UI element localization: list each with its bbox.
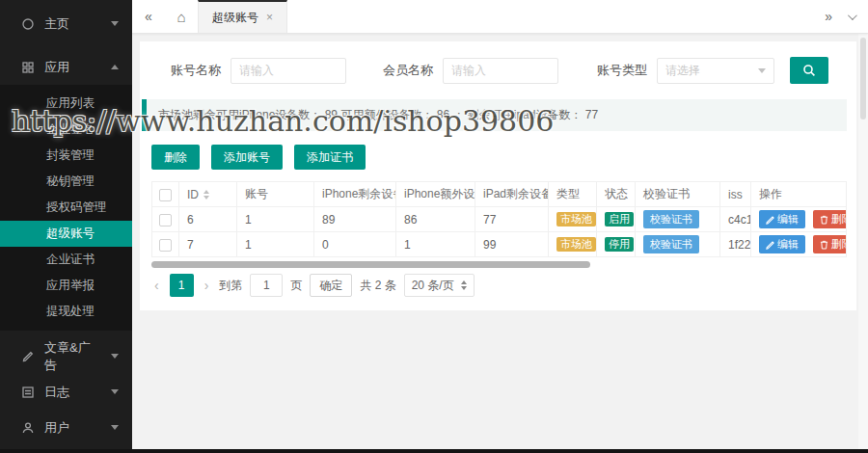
page-size-select[interactable]: 20 条/页 — [404, 274, 475, 297]
delete-row-button[interactable]: 删除 — [813, 235, 847, 253]
trash-icon — [820, 240, 828, 250]
table-row: 7 1 0 1 99 市场池 停用 校验证书 1f228b 编辑 — [152, 232, 847, 257]
goto-page-input[interactable] — [250, 274, 283, 297]
sidebar-item-enterprise-sign[interactable]: 企业签名 — [0, 117, 132, 143]
cell-iphone-left: 0 — [314, 232, 396, 257]
page-1-button[interactable]: 1 — [170, 274, 194, 297]
chevron-down-icon — [111, 425, 119, 430]
sidebar-item-app-report[interactable]: 应用举报 — [0, 273, 132, 299]
delete-row-button[interactable]: 删除 — [813, 210, 847, 228]
cell-iphone-extra: 1 — [396, 232, 475, 257]
sidebar-item-app-list[interactable]: 应用列表 — [0, 91, 132, 117]
sidebar-item-label: 主页 — [44, 15, 101, 33]
member-name-label: 会员名称 — [383, 62, 433, 79]
search-icon — [802, 64, 816, 77]
total-count-label: 共 2 条 — [360, 278, 395, 294]
sidebar-item-label: 日志 — [44, 384, 101, 401]
sidebar-item-label: 文章&广告 — [44, 339, 101, 374]
sidebar-item-home[interactable]: 主页 — [0, 6, 132, 41]
column-type: 类型 — [549, 182, 597, 207]
prev-page-icon[interactable]: ‹ — [151, 278, 162, 293]
chevron-down-icon — [111, 354, 119, 359]
account-type-label: 账号类型 — [597, 62, 647, 79]
cell-iss: 1f228b — [720, 232, 751, 257]
verify-cert-button[interactable]: 校验证书 — [643, 235, 699, 253]
account-name-input[interactable] — [231, 58, 346, 84]
sidebar-item-enterprise-cert[interactable]: 企业证书 — [0, 247, 132, 273]
column-iss: iss — [720, 182, 751, 207]
bottom-edge-bar — [0, 449, 868, 453]
cell-account: 1 — [237, 207, 314, 232]
row-checkbox[interactable] — [159, 214, 172, 226]
sidebar-item-auth-code-manage[interactable]: 授权码管理 — [0, 195, 132, 221]
pagination: ‹ 1 › 到第 页 确定 共 2 条 20 条/页 — [151, 274, 856, 297]
column-id: ID — [187, 188, 199, 201]
sidebar-item-user[interactable]: 用户 — [0, 410, 132, 445]
add-account-button[interactable]: 添加账号 — [211, 145, 283, 170]
sidebar-item-log[interactable]: 日志 — [0, 374, 132, 410]
collapse-sidebar-button[interactable]: « — [132, 0, 165, 33]
pencil-icon — [766, 240, 774, 249]
verify-cert-button[interactable]: 校验证书 — [643, 210, 699, 228]
goto-label: 到第 — [219, 278, 242, 294]
select-all-checkbox[interactable] — [159, 189, 172, 201]
column-iphone-extra: iPhone额外设备 — [396, 182, 475, 207]
updown-arrows-icon — [461, 280, 467, 290]
next-page-icon[interactable]: › — [202, 278, 212, 293]
home-tab-icon[interactable]: ⌂ — [165, 0, 198, 33]
sidebar-item-withdraw-handle[interactable]: 提现处理 — [0, 299, 132, 325]
column-status: 状态 — [597, 182, 636, 207]
article-icon — [21, 350, 35, 363]
horizontal-scrollbar-thumb[interactable] — [151, 261, 590, 268]
sidebar-item-label: 用户 — [44, 419, 101, 437]
table-row: 6 1 89 86 77 市场池 启用 校验证书 c4c1fc 编辑 — [152, 207, 847, 232]
search-button[interactable] — [790, 57, 828, 84]
sidebar-item-package-manage[interactable]: 封装管理 — [0, 143, 132, 169]
delete-button[interactable]: 删除 — [151, 145, 200, 170]
close-icon[interactable]: × — [266, 11, 273, 24]
vertical-scrollbar-thumb[interactable] — [860, 38, 866, 120]
sidebar-item-article-ads[interactable]: 文章&广告 — [0, 338, 132, 374]
main-content: 账号名称 会员名称 账号类型 请选择 市场池剩余可用iPhone设备数： 89 … — [132, 34, 868, 453]
sidebar: 主页 应用 应用列表 企业签名 封装管理 秘钥管理 授权码管理 超级账号 企业证… — [0, 0, 132, 453]
edit-button[interactable]: 编辑 — [759, 210, 805, 228]
device-quota-notice: 市场池剩余可用iPhone设备数： 89 可用额外设备数： 86 ； 剩余可用i… — [142, 99, 847, 131]
delete-label: 删除 — [831, 213, 847, 226]
row-checkbox[interactable] — [159, 239, 172, 252]
sort-icon[interactable] — [203, 190, 209, 200]
cell-iphone-extra: 86 — [396, 207, 475, 232]
pencil-icon — [766, 215, 774, 224]
select-placeholder: 请选择 — [665, 63, 700, 79]
cell-iss: c4c1fc — [720, 207, 751, 232]
cell-ipad-left: 99 — [475, 232, 549, 257]
sidebar-item-super-account[interactable]: 超级账号 — [0, 221, 132, 247]
edit-label: 编辑 — [777, 238, 799, 251]
sidebar-item-apps[interactable]: 应用 — [0, 49, 132, 85]
sidebar-item-secret-key-manage[interactable]: 秘钥管理 — [0, 169, 132, 195]
edit-button[interactable]: 编辑 — [759, 235, 805, 253]
more-tabs-icon[interactable]: » — [825, 9, 832, 24]
trash-icon — [820, 215, 828, 225]
search-form: 账号名称 会员名称 账号类型 请选择 — [140, 53, 856, 99]
add-cert-button[interactable]: 添加证书 — [294, 145, 366, 170]
member-name-input[interactable] — [443, 58, 558, 84]
tab-super-account[interactable]: 超级账号 × — [198, 0, 287, 33]
cell-account: 1 — [237, 232, 314, 257]
status-badge: 启用 — [605, 212, 634, 226]
account-type-select[interactable]: 请选择 — [657, 58, 774, 84]
chevron-up-icon — [111, 65, 119, 69]
table-header-row: ID 账号 iPhone剩余设备 iPhone额外设备 iPad剩余设备 类型 … — [152, 182, 847, 207]
type-badge: 市场池 — [556, 212, 596, 226]
toolbar: 删除 添加账号 添加证书 — [140, 145, 856, 181]
cell-id: 7 — [179, 232, 237, 257]
column-account: 账号 — [237, 182, 314, 207]
horizontal-scrollbar — [151, 261, 846, 268]
home-icon — [21, 17, 35, 31]
tab-menu-chevron-icon[interactable] — [848, 11, 857, 20]
cell-iphone-left: 89 — [314, 207, 396, 232]
type-badge: 市场池 — [556, 237, 596, 252]
sidebar-item-label: 应用 — [44, 59, 101, 76]
page-unit-label: 页 — [290, 278, 302, 294]
cell-ipad-left: 77 — [475, 207, 549, 232]
confirm-button[interactable]: 确定 — [310, 274, 352, 297]
